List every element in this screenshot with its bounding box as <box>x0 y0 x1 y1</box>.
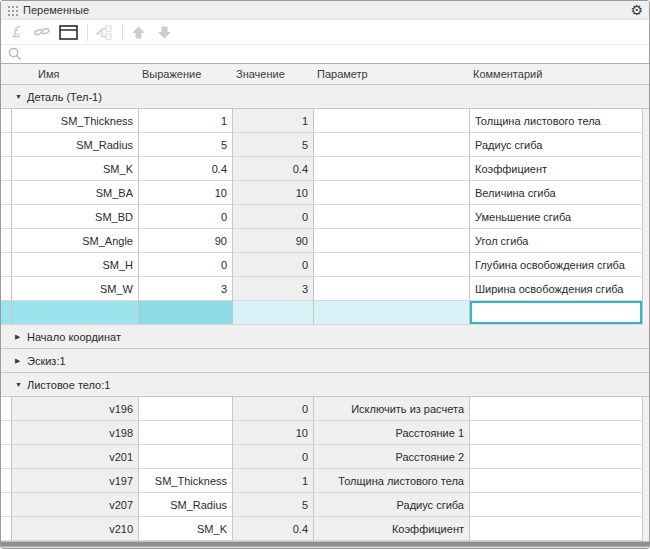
function-button[interactable]: fx <box>5 22 27 43</box>
table-row: SM_Angle 90 90 Угол сгиба <box>1 229 649 253</box>
variable-parameter-cell <box>314 253 470 277</box>
column-header-value[interactable]: Значение <box>233 68 314 80</box>
variable-comment-cell[interactable]: Величина сгиба <box>470 181 643 205</box>
expand-arrow-icon[interactable]: ▼ <box>15 93 27 100</box>
table-row: SM_BD 0 0 Уменьшение сгиба <box>1 205 649 229</box>
group-row-sheet-body[interactable]: ▼ Листовое тело:1 <box>1 373 649 397</box>
variable-value-cell: 5 <box>233 133 314 157</box>
row-indent-cell[interactable] <box>1 229 12 253</box>
group-row-detail[interactable]: ▼ Деталь (Тел-1) <box>1 85 649 109</box>
variable-expression-cell[interactable]: SM_Radius <box>139 493 233 517</box>
row-indent-cell[interactable] <box>1 517 12 541</box>
row-indent-cell[interactable] <box>1 397 12 421</box>
group-row-origin[interactable]: ▶ Начало координат <box>1 325 649 349</box>
row-indent-cell[interactable] <box>1 493 12 517</box>
variable-expression-cell[interactable]: SM_Thickness <box>139 469 233 493</box>
variable-parameter-cell <box>314 133 470 157</box>
variable-comment-cell-editing[interactable] <box>470 301 643 325</box>
row-indent-cell[interactable] <box>1 469 12 493</box>
variable-value-cell: 0.4 <box>233 517 314 541</box>
row-indent-cell[interactable] <box>1 253 12 277</box>
variable-name-cell[interactable]: SM_Radius <box>12 133 139 157</box>
variable-name-cell[interactable]: SM_K <box>12 157 139 181</box>
column-header-comment[interactable]: Комментарий <box>470 68 643 80</box>
variable-name-cell[interactable]: SM_BD <box>12 205 139 229</box>
group-row-sketch[interactable]: ▶ Эскиз:1 <box>1 349 649 373</box>
variable-value-cell: 0.4 <box>233 157 314 181</box>
variable-value-cell <box>233 301 314 325</box>
variable-name-cell[interactable]: SM_H <box>12 253 139 277</box>
variable-value-cell: 1 <box>233 469 314 493</box>
drag-handle-icon[interactable] <box>7 5 18 16</box>
row-indent-cell[interactable] <box>1 133 12 157</box>
dependencies-button[interactable] <box>92 22 114 43</box>
table-row: SM_K 0.4 0.4 Коэффициент <box>1 157 649 181</box>
variable-name-cell[interactable]: SM_Thickness <box>12 109 139 133</box>
row-indent-cell[interactable] <box>1 301 12 325</box>
column-header-parameter[interactable]: Параметр <box>314 68 470 80</box>
row-indent-cell[interactable] <box>1 157 12 181</box>
variable-expression-cell[interactable]: 0 <box>139 253 233 277</box>
variable-expression-cell[interactable] <box>139 397 233 421</box>
column-header-name[interactable]: Имя <box>1 68 139 80</box>
variable-name-cell[interactable]: SM_Angle <box>12 229 139 253</box>
variable-name-cell[interactable]: SM_BA <box>12 181 139 205</box>
row-indent-cell[interactable] <box>1 109 12 133</box>
table-row: v210 SM_K 0.4 Коэффициент <box>1 517 649 541</box>
toolbar: fx <box>1 20 649 45</box>
variable-value-cell: 5 <box>233 493 314 517</box>
search-input[interactable] <box>28 48 649 60</box>
variable-name-cell[interactable]: SM_W <box>12 277 139 301</box>
variable-parameter-cell <box>314 109 470 133</box>
variable-comment-cell[interactable] <box>470 397 643 421</box>
variable-comment-cell[interactable]: Уменьшение сгиба <box>470 205 643 229</box>
variable-comment-cell[interactable]: Радиус сгиба <box>470 133 643 157</box>
variable-name-cell[interactable] <box>12 301 139 325</box>
row-indent-cell[interactable] <box>1 181 12 205</box>
variable-comment-cell[interactable] <box>470 445 643 469</box>
variable-parameter-cell: Расстояние 2 <box>314 445 470 469</box>
move-down-button[interactable] <box>153 22 175 43</box>
row-indent-cell[interactable] <box>1 277 12 301</box>
variable-parameter-cell: Исключить из расчета <box>314 397 470 421</box>
variable-expression-cell[interactable] <box>139 301 233 325</box>
variable-comment-cell[interactable]: Толщина листового тела <box>470 109 643 133</box>
variable-expression-cell[interactable] <box>139 445 233 469</box>
variable-name-cell: v198 <box>12 421 139 445</box>
variable-comment-cell[interactable]: Глубина освобождения сгиба <box>470 253 643 277</box>
row-indent-cell[interactable] <box>1 205 12 229</box>
row-indent-cell[interactable] <box>1 421 12 445</box>
variable-expression-cell[interactable]: 90 <box>139 229 233 253</box>
variable-expression-cell[interactable]: SM_K <box>139 517 233 541</box>
variable-expression-cell[interactable]: 5 <box>139 133 233 157</box>
variable-comment-cell[interactable]: Коэффициент <box>470 157 643 181</box>
variable-comment-cell[interactable]: Угол сгиба <box>470 229 643 253</box>
variable-expression-cell[interactable]: 10 <box>139 181 233 205</box>
move-up-button[interactable] <box>127 22 149 43</box>
group-label: Начало координат <box>27 331 121 343</box>
variable-parameter-cell <box>314 205 470 229</box>
row-filler <box>643 301 649 325</box>
row-indent-cell[interactable] <box>1 445 12 469</box>
grid-view-button[interactable] <box>57 22 79 43</box>
variable-expression-cell[interactable]: 0.4 <box>139 157 233 181</box>
column-header-expression[interactable]: Выражение <box>139 68 233 80</box>
variable-expression-cell[interactable]: 1 <box>139 109 233 133</box>
variable-expression-cell[interactable]: 3 <box>139 277 233 301</box>
variable-comment-cell[interactable] <box>470 421 643 445</box>
collapse-arrow-icon[interactable]: ▶ <box>15 333 27 341</box>
variable-expression-cell[interactable]: 0 <box>139 205 233 229</box>
collapse-arrow-icon[interactable]: ▶ <box>15 357 27 365</box>
variable-comment-cell[interactable] <box>470 517 643 541</box>
variable-parameter-cell: Радиус сгиба <box>314 493 470 517</box>
variable-comment-cell[interactable]: Ширина освобождения сгиба <box>470 277 643 301</box>
variable-value-cell: 1 <box>233 109 314 133</box>
table-header: Имя Выражение Значение Параметр Коммента… <box>1 63 649 85</box>
variable-comment-cell[interactable] <box>470 469 643 493</box>
link-button[interactable] <box>31 22 53 43</box>
gear-icon[interactable]: ⚙ <box>630 3 643 17</box>
variable-comment-cell[interactable] <box>470 493 643 517</box>
table-row: v197 SM_Thickness 1 Толщина листового те… <box>1 469 649 493</box>
expand-arrow-icon[interactable]: ▼ <box>15 381 27 388</box>
variable-expression-cell[interactable] <box>139 421 233 445</box>
